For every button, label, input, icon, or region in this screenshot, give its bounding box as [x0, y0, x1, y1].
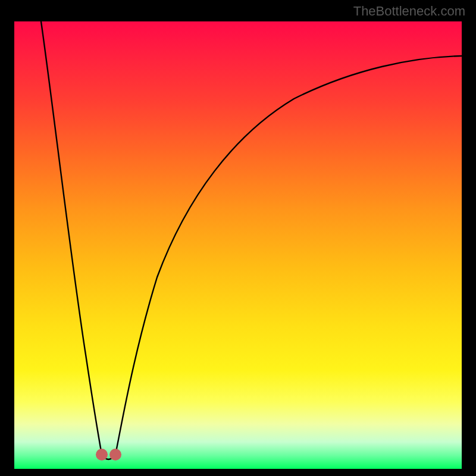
curve-right-branch — [115, 56, 462, 455]
chart-area — [14, 21, 462, 469]
curve-left-branch — [41, 21, 102, 455]
watermark-text: TheBottleneck.com — [353, 4, 465, 19]
marker-min-left — [96, 449, 108, 461]
marker-min-right — [109, 449, 121, 461]
chart-svg — [14, 21, 462, 469]
